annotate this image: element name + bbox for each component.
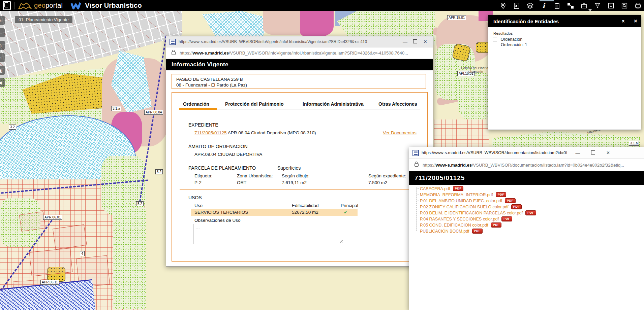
pdf-badge[interactable]: PDF xyxy=(491,222,502,228)
address-bar[interactable]: https://www-s.madrid.es/VSURB_WBVISOR/in… xyxy=(166,47,433,59)
tab-hairline xyxy=(217,109,420,109)
identify-info-icon[interactable]: i xyxy=(540,2,548,10)
minimize-button[interactable]: — xyxy=(570,150,585,156)
maximize-button[interactable] xyxy=(585,150,601,156)
layers-icon[interactable] xyxy=(526,2,534,10)
observaciones-label: Observaciones de Uso xyxy=(194,218,241,223)
principal-column-header: Principal xyxy=(341,203,358,208)
uso-value: SERVICIOS TERCIARIOS xyxy=(194,210,248,215)
zoom-in-button[interactable]: + xyxy=(0,16,5,25)
map-block xyxy=(19,211,45,232)
minimize-button[interactable]: — xyxy=(400,39,410,44)
address-bar[interactable]: https://www-s.madrid.es/VSURB_WBVISOR/do… xyxy=(409,159,644,171)
map-place-label: Colonia del Pinar de Chamartín xyxy=(461,66,490,73)
map-park-area xyxy=(113,208,146,309)
close-icon: × xyxy=(607,149,610,156)
pdf-badge[interactable]: PDF xyxy=(496,192,507,197)
tab-informacion-administrativa[interactable]: Información Administrativa xyxy=(303,101,364,107)
tree-item-ordenacion-count[interactable]: Ordenación: 1 xyxy=(501,42,527,47)
document-item[interactable]: MEMORIA_REFORMA_INTERIOR.pdfPDF xyxy=(416,192,506,197)
parcela-section-title: PARCELA DE PLANEAMIENTO xyxy=(188,165,256,171)
window-titlebar[interactable]: https://www-s.madrid.es/VSURB_WBVISOR/do… xyxy=(409,147,644,159)
download-icon[interactable] xyxy=(607,2,615,10)
edificabilidad-value: 52672.50 m2 xyxy=(292,210,318,215)
document-item[interactable]: P.03 DELIM. E IDENTIFICACION PARCELAS co… xyxy=(416,210,536,215)
ambito-section-title: ÁMBITO DE ORDENACIÓN xyxy=(188,144,248,149)
ver-documentos-link[interactable]: Ver Documentos xyxy=(383,130,417,135)
address-url[interactable]: https://www-s.madrid.es/VSURB_WBVISOR/do… xyxy=(423,163,624,168)
document-item[interactable]: P.05 COND. EDIFICACION color.pdfPDF xyxy=(416,222,501,228)
window-titlebar[interactable]: https://www-s.madrid.es/VSURB_WBVISOR/in… xyxy=(166,36,433,47)
zona-value: ORT xyxy=(237,180,246,185)
zoom-out-button[interactable]: − xyxy=(0,28,5,37)
pdf-badge[interactable]: PDF xyxy=(511,204,522,209)
tree-group-ordenacion[interactable]: − Ordenación xyxy=(493,36,522,42)
textarea-resize-handle[interactable] xyxy=(340,240,343,243)
document-item[interactable]: PUBLICACIÓN BOCM.pdfPDF xyxy=(416,229,483,234)
entities-panel: Identificación de Entidades « × Resultad… xyxy=(488,15,641,130)
double-chevron-up-icon: « xyxy=(620,20,627,23)
pdf-badge[interactable]: PDF xyxy=(472,229,483,234)
close-button[interactable]: × xyxy=(601,149,616,156)
segun-expediente-value: 7.500 m2 xyxy=(368,180,387,185)
maximize-button[interactable] xyxy=(410,39,420,44)
minus-icon: − xyxy=(0,30,2,36)
segun-expediente-label: Según expediente: xyxy=(368,173,406,178)
home-button[interactable]: ⌂ xyxy=(0,41,5,50)
pdf-badge[interactable]: PDF xyxy=(453,186,464,191)
report-clipboard-icon[interactable] xyxy=(553,2,561,10)
entities-panel-header[interactable]: Identificación de Entidades « × xyxy=(488,15,641,27)
map-toolbar: + − ⌂ ○ ▣ ◄ xyxy=(0,16,5,87)
document-item[interactable]: CABECERA.pdfPDF xyxy=(416,186,463,191)
tab-ordenacion[interactable]: Ordenación xyxy=(183,101,209,107)
geoportal-logo[interactable]: geoportal xyxy=(34,2,63,9)
expediente-link[interactable]: 711/2005/01125 xyxy=(194,130,227,135)
principal-check-icon: ✓ xyxy=(344,209,348,215)
document-item[interactable]: P.04 RASANTES Y SECCIONES color.pdfPDF xyxy=(416,216,512,221)
pdf-badge[interactable]: PDF xyxy=(525,210,536,215)
pdf-badge[interactable]: PDF xyxy=(505,198,516,203)
document-item[interactable]: P.01 DEL.AMBITO UNIDAD EJEC. color.pdfPD… xyxy=(416,198,516,203)
active-layer-chip: 01. Planeamiento Vigente xyxy=(15,16,72,23)
etiqueta-value: P-2 xyxy=(194,180,202,185)
measure-icon[interactable] xyxy=(566,2,575,10)
address-url[interactable]: https://www-s.madrid.es/VSURB_WBVISOR/in… xyxy=(180,50,408,56)
tree-collapse-icon[interactable]: − xyxy=(493,37,497,41)
zona-label: Zona Urbanística: xyxy=(237,173,273,178)
location-pin-icon[interactable] xyxy=(499,2,507,10)
pan-back-button[interactable]: ◄ xyxy=(0,78,5,87)
close-panel-button[interactable]: × xyxy=(631,15,640,27)
ambito-value: APR.08.04 CIUDAD DEPORTIVA xyxy=(194,152,262,157)
map-sheet-icon[interactable] xyxy=(513,2,521,10)
extent-button[interactable]: ▣ xyxy=(0,66,5,75)
expediente-text: APR.08.04 Ciudad Deportiva (MPG.08.310) xyxy=(228,130,316,135)
filter-icon[interactable] xyxy=(593,2,602,10)
lock-icon xyxy=(172,51,176,55)
pdf-badge[interactable]: PDF xyxy=(501,216,512,221)
map-label: 3.2 xyxy=(155,169,163,174)
results-label: Resultados xyxy=(493,31,513,35)
collapse-panel-button[interactable]: « xyxy=(619,15,628,27)
tab-otras-afecciones[interactable]: Otras Afecciones xyxy=(378,101,417,107)
street-address: PASEO DE CASTELLANA 259 B xyxy=(176,76,422,82)
search-window-icon[interactable] xyxy=(620,2,628,10)
documents-window: https://www-s.madrid.es/VSURB_WBVISOR/do… xyxy=(409,147,644,310)
superficies-title: Superficies xyxy=(277,165,301,171)
locate-icon: ○ xyxy=(0,55,2,61)
locate-button[interactable]: ○ xyxy=(0,53,5,62)
map-label: 3.1.a xyxy=(111,106,121,111)
map-label: APR.06.01 xyxy=(43,215,62,220)
observaciones-textarea[interactable]: --- xyxy=(193,224,344,244)
map-grid-area xyxy=(434,119,489,147)
print-icon[interactable] xyxy=(634,2,642,10)
app-title: Visor Urbanístico xyxy=(85,2,142,9)
usos-section-title: USOS xyxy=(188,195,202,200)
toolbox-icon[interactable] xyxy=(580,2,588,10)
map-label: 3.2 xyxy=(9,125,16,130)
tab-proteccion-patrimonio[interactable]: Protección del Patrimonio xyxy=(225,101,283,107)
close-button[interactable]: × xyxy=(420,38,430,45)
map-label: APR.08.04 xyxy=(144,110,163,115)
lock-icon xyxy=(415,163,419,167)
document-item[interactable]: P.02 ZONIF.Y CALIFICACION SUELO color.pd… xyxy=(416,204,522,209)
close-icon: × xyxy=(424,38,427,45)
